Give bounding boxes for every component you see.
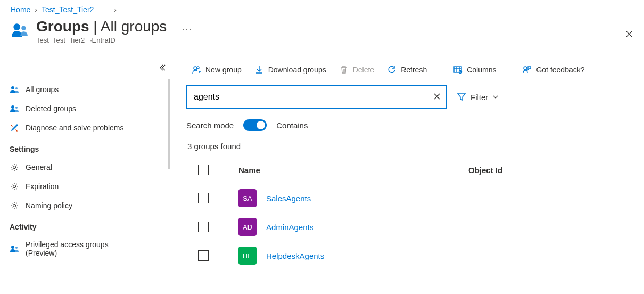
svg-point-15 — [524, 67, 527, 70]
results-count: 3 groups found — [186, 136, 638, 160]
sidebar-item-label: General — [26, 163, 52, 172]
download-icon — [254, 65, 264, 75]
sidebar-item-all-groups[interactable]: All groups — [0, 80, 170, 99]
sidebar-section-activity: Activity — [0, 215, 170, 235]
filter-icon — [457, 92, 466, 102]
select-all-checkbox[interactable] — [198, 165, 209, 175]
close-button[interactable] — [625, 30, 633, 40]
new-group-button[interactable]: New group — [186, 63, 247, 77]
sidebar-item-privileged-access[interactable]: Privileged access groups (Preview) — [0, 235, 170, 262]
group-link[interactable]: HelpdeskAgents — [266, 251, 324, 260]
main-content: New group Download groups Delete Refresh — [181, 61, 644, 294]
chevron-right-icon: › — [114, 5, 117, 14]
svg-point-0 — [13, 23, 20, 30]
table-header: Name Object Id — [186, 160, 638, 184]
sidebar-scrollbar[interactable] — [168, 79, 170, 169]
chevron-right-icon: › — [35, 5, 37, 14]
svg-point-5 — [15, 107, 18, 109]
svg-point-12 — [197, 67, 199, 69]
more-button[interactable]: ··· — [181, 23, 193, 35]
column-object-id[interactable]: Object Id — [468, 166, 502, 175]
sidebar-item-naming-policy[interactable]: Naming policy — [0, 196, 170, 215]
refresh-button[interactable]: Refresh — [382, 63, 432, 77]
toolbar: New group Download groups Delete Refresh — [186, 61, 638, 85]
search-mode-toggle[interactable] — [243, 119, 267, 131]
search-mode-row: Search mode Contains — [186, 109, 638, 136]
sidebar-item-label: Naming policy — [26, 201, 72, 210]
row-checkbox[interactable] — [198, 222, 209, 232]
sidebar-item-label: All groups — [26, 85, 59, 94]
sidebar-item-label: Deleted groups — [26, 104, 76, 113]
toolbar-label: Refresh — [401, 66, 427, 74]
table-row[interactable]: HE HelpdeskAgents — [186, 241, 638, 270]
toolbar-label: Download groups — [268, 66, 326, 74]
feedback-icon — [522, 65, 532, 75]
toolbar-label: Delete — [353, 66, 374, 74]
download-groups-button[interactable]: Download groups — [249, 63, 332, 77]
sidebar-item-label: Privileged access groups (Preview) — [26, 240, 132, 257]
group-link[interactable]: AdminAgents — [266, 223, 313, 232]
trash-icon — [339, 65, 349, 75]
groups-icon — [10, 104, 19, 113]
svg-point-7 — [13, 185, 16, 188]
row-checkbox[interactable] — [198, 250, 209, 261]
breadcrumb-home[interactable]: Home — [11, 5, 30, 14]
gear-icon — [10, 182, 19, 191]
table-row[interactable]: SA SalesAgents — [186, 184, 638, 213]
search-input[interactable] — [194, 92, 431, 102]
row-checkbox[interactable] — [198, 193, 209, 203]
group-avatar: HE — [238, 247, 257, 265]
wrench-icon — [10, 123, 19, 133]
feedback-button[interactable]: Got feedback? — [517, 63, 590, 77]
toolbar-label: Got feedback? — [536, 66, 584, 74]
svg-point-6 — [13, 166, 16, 169]
clear-search-button[interactable] — [431, 91, 443, 104]
gear-icon — [10, 201, 19, 210]
sidebar-item-label: Expiration — [26, 182, 59, 191]
search-mode-value: Contains — [276, 121, 308, 130]
collapse-sidebar-button[interactable] — [159, 64, 166, 73]
groups-icon — [10, 244, 19, 254]
search-box — [186, 85, 447, 109]
sidebar-item-label: Diagnose and solve problems — [26, 124, 123, 132]
delete-button: Delete — [334, 63, 379, 77]
svg-point-3 — [15, 87, 18, 89]
sidebar-section-settings: Settings — [0, 137, 170, 158]
svg-point-10 — [15, 247, 18, 249]
subtitle-org: Test_Test_Tier2 — [36, 36, 85, 44]
sidebar-item-expiration[interactable]: Expiration — [0, 177, 170, 196]
search-row: Filter — [186, 85, 638, 109]
groups-icon — [11, 21, 29, 37]
title-separator: | — [89, 18, 101, 35]
sidebar-item-diagnose[interactable]: Diagnose and solve problems — [0, 118, 170, 137]
group-avatar: AD — [238, 218, 257, 236]
filter-button[interactable]: Filter — [457, 92, 499, 102]
group-link[interactable]: SalesAgents — [266, 194, 311, 203]
breadcrumb: Home › Test_Test_Tier2 › — [0, 0, 644, 16]
sidebar-item-general[interactable]: General — [0, 158, 170, 177]
svg-point-11 — [194, 67, 197, 70]
chevron-down-icon — [492, 93, 499, 102]
column-name[interactable]: Name — [224, 166, 468, 175]
subtitle-product: EntraID — [92, 36, 115, 44]
title-main: Groups — [36, 18, 89, 35]
page-header: Groups | All groups Test_Test_Tier2 · En… — [0, 16, 644, 52]
page-subtitle: Test_Test_Tier2 · EntraID — [36, 36, 167, 44]
toolbar-separator — [509, 64, 509, 76]
table-row[interactable]: AD AdminAgents — [186, 213, 638, 241]
toolbar-label: Columns — [467, 66, 496, 74]
sidebar-item-deleted-groups[interactable]: Deleted groups — [0, 99, 170, 118]
toolbar-separator — [440, 64, 440, 76]
svg-point-1 — [21, 26, 26, 31]
sidebar: All groups Deleted groups Diagnose and s… — [0, 61, 170, 294]
page-title: Groups | All groups — [36, 18, 167, 35]
columns-button[interactable]: Columns — [448, 63, 501, 77]
title-sub: All groups — [101, 18, 167, 35]
groups-icon — [10, 85, 19, 94]
toolbar-label: New group — [205, 66, 242, 74]
breadcrumb-level1[interactable]: Test_Test_Tier2 — [42, 5, 94, 14]
svg-point-4 — [11, 105, 14, 109]
search-mode-label: Search mode — [186, 121, 234, 130]
refresh-icon — [387, 65, 397, 75]
svg-point-2 — [11, 86, 14, 89]
